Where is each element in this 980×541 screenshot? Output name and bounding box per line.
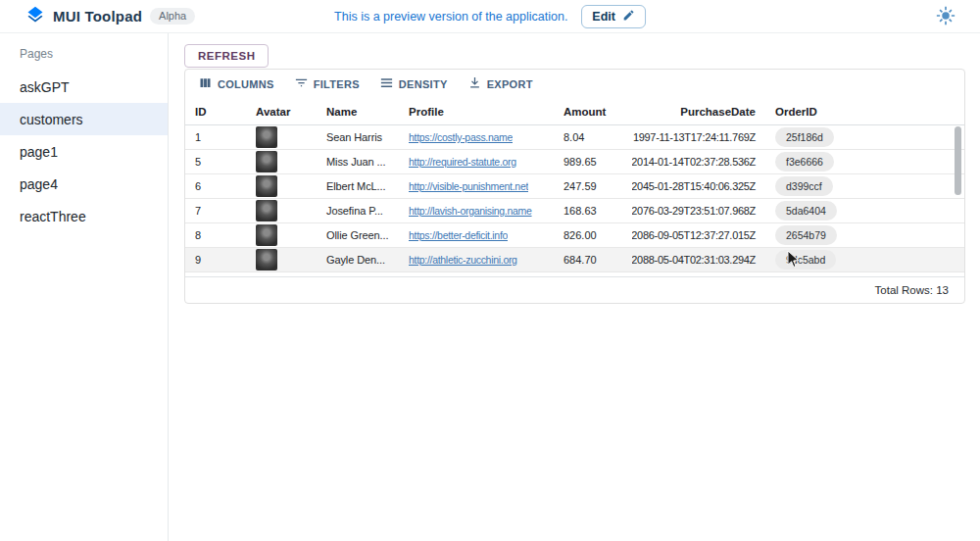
column-header-purchasedate[interactable]: PurchaseDate (632, 98, 765, 124)
cell-profile: http://lavish-organising.name (399, 199, 554, 222)
avatar-image (256, 126, 277, 148)
sidebar-item-page4[interactable]: page4 (0, 168, 168, 200)
cell-avatar (246, 199, 317, 222)
cell-id: 5 (185, 150, 246, 173)
cell-amount: 8.04 (554, 125, 632, 149)
brand: MUI Toolpad Alpha (0, 5, 195, 28)
cell-purchase-date: 2088-05-04T02:31:03.294Z (632, 248, 765, 271)
cell-purchase-date: 2045-01-28T15:40:06.325Z (632, 174, 765, 198)
sidebar-nav: askGPTcustomerspage1page4reactThree (0, 71, 168, 232)
layers-icon (25, 5, 45, 28)
cell-name: Sean Harris (317, 125, 399, 149)
toolbar-columns-button[interactable]: COLUMNS (190, 72, 282, 96)
sidebar-section-label: Pages (20, 47, 168, 61)
order-id-chip: f3e6666 (775, 152, 834, 172)
table-row[interactable]: 5Miss Juan ...http://required-statute.or… (185, 150, 964, 174)
table-row[interactable]: 1Sean Harrishttps://costly-pass.name8.04… (185, 125, 964, 150)
sidebar-item-customers[interactable]: customers (0, 103, 168, 135)
cell-avatar (246, 223, 317, 247)
table-row[interactable]: 7Josefina P...http://lavish-organising.n… (185, 199, 964, 223)
cell-name: Elbert McL... (317, 174, 399, 198)
cell-amount: 247.59 (554, 174, 632, 198)
profile-link[interactable]: http://athletic-zucchini.org (409, 254, 517, 266)
cell-order-id: 2654b79 (765, 223, 863, 247)
cell-order-id: 25f186d (765, 125, 863, 149)
grid-toolbar: COLUMNSFILTERSDENSITYEXPORT (185, 70, 964, 98)
order-id-chip: 9dc5abd (775, 250, 836, 270)
toolbar-filters-button[interactable]: FILTERS (286, 72, 368, 96)
main-content: REFRESH COLUMNSFILTERSDENSITYEXPORT IDAv… (170, 33, 980, 541)
toolbar-density-button[interactable]: DENSITY (371, 72, 456, 96)
order-id-chip: d399ccf (775, 176, 833, 196)
table-row[interactable]: 9Gayle Den...http://athletic-zucchini.or… (185, 248, 964, 272)
cell-id: 8 (185, 223, 246, 247)
avatar-image (256, 249, 277, 270)
profile-link[interactable]: http://visible-punishment.net (409, 180, 528, 192)
cell-purchase-date: 2014-01-14T02:37:28.536Z (632, 150, 765, 173)
cell-name: Ollie Green... (317, 223, 399, 247)
version-badge: Alpha (150, 8, 195, 25)
order-id-chip: 25f186d (775, 127, 834, 147)
column-header-orderid[interactable]: OrderID (765, 98, 863, 124)
order-id-chip: 2654b79 (775, 225, 837, 245)
cell-order-id: 9dc5abd (765, 248, 863, 271)
column-header-id[interactable]: ID (185, 98, 246, 124)
table-row[interactable]: 6Elbert McL...http://visible-punishment.… (185, 174, 964, 199)
avatar-image (256, 175, 277, 197)
cell-id: 9 (185, 248, 246, 271)
order-id-chip: 5da6404 (775, 201, 837, 221)
cell-id: 1 (185, 125, 246, 149)
cell-purchase-date: 2086-09-05T12:37:27.015Z (632, 223, 765, 247)
cell-id: 7 (185, 199, 246, 222)
cell-purchase-date: 2076-03-29T23:51:07.968Z (632, 199, 765, 222)
cell-avatar (246, 125, 317, 149)
pencil-icon (622, 9, 635, 25)
cell-name: Miss Juan ... (317, 150, 399, 173)
cell-avatar (246, 248, 317, 271)
cell-purchase-date: 1997-11-13T17:24:11.769Z (632, 125, 765, 149)
preview-banner: This is a preview version of the applica… (334, 0, 646, 33)
cell-amount: 989.65 (554, 150, 632, 173)
table-row[interactable]: 8Ollie Green...https://better-deficit.in… (185, 223, 964, 248)
sidebar-item-page1[interactable]: page1 (0, 135, 168, 168)
cell-profile: https://better-deficit.info (399, 223, 554, 247)
profile-link[interactable]: https://costly-pass.name (409, 131, 513, 143)
sidebar-item-reactThree[interactable]: reactThree (0, 200, 168, 232)
app-title: MUI Toolpad (53, 8, 142, 25)
edit-button-label: Edit (592, 10, 615, 24)
avatar-image (256, 200, 277, 221)
column-header-amount[interactable]: Amount (554, 98, 632, 124)
cell-profile: http://required-statute.org (399, 150, 554, 173)
sun-icon (936, 14, 956, 28)
cell-amount: 684.70 (554, 248, 632, 271)
filter-list-icon (294, 75, 309, 92)
column-header-avatar[interactable]: Avatar (246, 98, 317, 124)
data-grid-card: COLUMNSFILTERSDENSITYEXPORT IDAvatarName… (184, 69, 965, 304)
app-header: MUI Toolpad Alpha This is a preview vers… (0, 0, 980, 33)
cell-name: Josefina P... (317, 199, 399, 222)
profile-link[interactable]: http://lavish-organising.name (409, 205, 532, 217)
cell-order-id: d399ccf (765, 174, 863, 198)
theme-toggle-button[interactable] (935, 6, 956, 27)
refresh-button[interactable]: REFRESH (184, 44, 269, 68)
cell-order-id: f3e6666 (765, 150, 863, 173)
toolbar-export-button[interactable]: EXPORT (460, 72, 541, 96)
profile-link[interactable]: https://better-deficit.info (409, 229, 508, 241)
density-icon (379, 75, 394, 92)
cell-profile: http://visible-punishment.net (399, 174, 554, 198)
sidebar: Pages askGPTcustomerspage1page4reactThre… (0, 33, 169, 541)
preview-message: This is a preview version of the applica… (334, 10, 567, 24)
column-header-profile[interactable]: Profile (399, 98, 554, 124)
cell-avatar (246, 174, 317, 198)
cell-avatar (246, 150, 317, 173)
export-download-icon (467, 75, 482, 92)
column-header-name[interactable]: Name (317, 98, 399, 124)
profile-link[interactable]: http://required-statute.org (409, 156, 516, 168)
cell-name: Gayle Den... (317, 248, 399, 271)
sidebar-item-askGPT[interactable]: askGPT (0, 71, 168, 103)
vertical-scrollbar[interactable] (955, 126, 961, 195)
cell-order-id: 5da6404 (765, 199, 863, 222)
view-column-icon (198, 75, 213, 92)
edit-button[interactable]: Edit (581, 5, 646, 28)
grid-footer: Total Rows: 13 (185, 276, 964, 303)
